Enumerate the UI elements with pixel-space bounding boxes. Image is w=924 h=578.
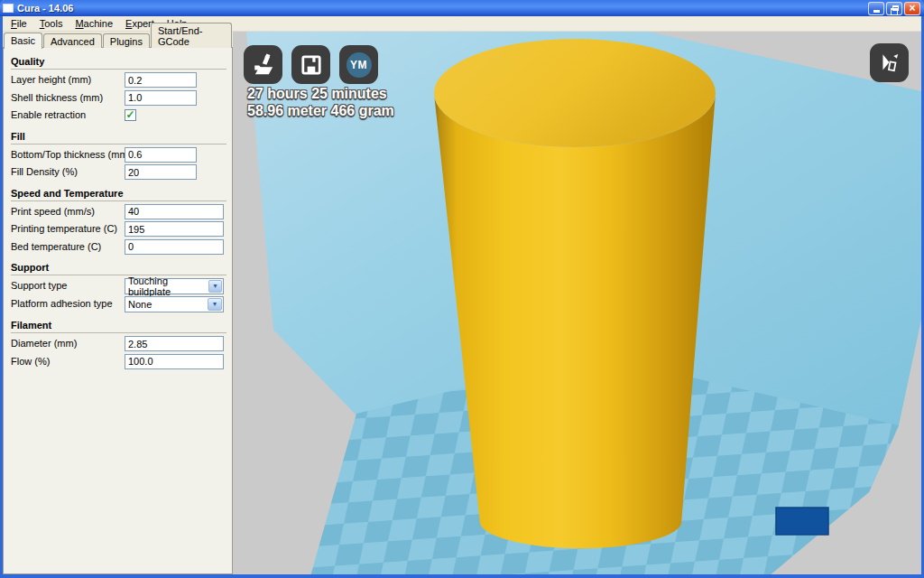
setting-label: Enable retraction	[11, 109, 86, 120]
settings-column: BasicAdvancedPluginsStart/End-GCode Qual…	[3, 32, 233, 574]
diameter-mm-input[interactable]	[125, 336, 224, 351]
setting-label: Layer height (mm)	[11, 74, 91, 85]
setting-row: Shell thickness (mm)	[4, 89, 232, 107]
setting-row: Bed temperature (C)	[4, 238, 232, 256]
chevron-down-icon[interactable]: ▾	[208, 280, 222, 293]
platform-adhesion-type-select[interactable]: None▾	[125, 296, 224, 312]
viewport-3d[interactable]: YM 27 hours 25 minutes 58.96 meter 466 g…	[233, 32, 921, 574]
close-button[interactable]: ×	[904, 2, 920, 15]
print-time: 27 hours 25 minutes	[247, 85, 394, 102]
restore-button[interactable]	[886, 2, 902, 15]
setting-label: Platform adhesion type	[11, 298, 113, 309]
setting-label: Printing temperature (C)	[11, 223, 117, 234]
save-toolpath-icon	[300, 53, 323, 77]
setting-label: Support type	[11, 280, 67, 291]
print-speed-mm-s-input[interactable]	[125, 204, 224, 219]
support-type-select[interactable]: Touching buildplate▾	[125, 278, 224, 294]
youmagine-icon: YM	[346, 52, 372, 78]
tab-plugins[interactable]: Plugins	[103, 33, 150, 48]
setting-row: Printing temperature (C)	[4, 220, 232, 238]
cura-window: Cura - 14.06 × FileToolsMachineExpertHel…	[0, 0, 924, 578]
app-icon	[3, 4, 14, 13]
print-estimate: 27 hours 25 minutes 58.96 meter 466 gram	[247, 85, 394, 119]
menu-file[interactable]: File	[5, 17, 33, 31]
platform-front-marker	[776, 508, 828, 535]
setting-row: Platform adhesion typeNone▾	[4, 295, 232, 313]
section-title-fill: Fill	[11, 128, 226, 144]
tab-start-end-gcode[interactable]: Start/End-GCode	[151, 23, 232, 48]
setting-label: Diameter (mm)	[11, 338, 77, 349]
setting-label: Bed temperature (C)	[11, 241, 101, 252]
setting-row: Bottom/Top thickness (mm)	[4, 146, 232, 164]
minimize-icon	[873, 10, 880, 13]
platform-adhesion-type-value: None	[128, 299, 152, 310]
menu-bar: FileToolsMachineExpertHelp	[3, 16, 921, 32]
setting-row: Print speed (mm/s)	[4, 203, 232, 221]
load-model-button[interactable]	[244, 45, 282, 84]
section-title-quality: Quality	[11, 53, 226, 70]
fill-density-input[interactable]	[125, 164, 197, 180]
setting-label: Fill Density (%)	[11, 166, 78, 177]
printing-temperature-c-input[interactable]	[125, 221, 224, 237]
setting-row: Enable retraction✓	[4, 107, 232, 125]
setting-row: Fill Density (%)	[4, 163, 232, 182]
view-mode-icon	[878, 51, 901, 75]
menu-tools[interactable]: Tools	[33, 17, 69, 31]
load-model-icon	[252, 53, 275, 77]
tab-strip: BasicAdvancedPluginsStart/End-GCode	[3, 32, 233, 48]
material-usage: 58.96 meter 466 gram	[247, 102, 394, 119]
setting-label: Shell thickness (mm)	[11, 92, 103, 103]
viewport-toolbar: YM	[244, 45, 387, 84]
basic-settings-panel: QualityLayer height (mm)Shell thickness …	[3, 47, 233, 574]
chevron-down-icon[interactable]: ▾	[208, 298, 222, 311]
setting-label: Bottom/Top thickness (mm)	[11, 149, 131, 160]
section-title-support: Support	[11, 259, 226, 275]
setting-label: Print speed (mm/s)	[11, 206, 95, 217]
close-icon: ×	[909, 3, 915, 14]
setting-row: Layer height (mm)	[4, 71, 232, 89]
restore-icon	[892, 5, 899, 11]
save-toolpath-button[interactable]	[291, 45, 330, 84]
window-title: Cura - 14.06	[17, 3, 866, 14]
flow-input[interactable]	[125, 354, 224, 369]
bottom-top-thickness-mm-input[interactable]	[125, 147, 197, 163]
section-title-speed-and-temperature: Speed and Temperature	[11, 185, 226, 201]
share-youmagine-button[interactable]: YM	[339, 45, 378, 84]
shell-thickness-mm-input[interactable]	[125, 90, 197, 106]
tab-basic[interactable]: Basic	[4, 33, 42, 49]
support-type-value: Touching buildplate	[128, 275, 208, 297]
title-bar[interactable]: Cura - 14.06 ×	[0, 0, 924, 16]
bed-temperature-c-input[interactable]	[125, 239, 224, 255]
setting-row: Diameter (mm)	[4, 335, 232, 353]
model-cylinder[interactable]	[434, 39, 716, 548]
setting-row: Flow (%)	[4, 353, 232, 371]
setting-label: Flow (%)	[11, 356, 50, 367]
minimize-button[interactable]	[868, 2, 884, 15]
menu-machine[interactable]: Machine	[69, 17, 119, 31]
view-mode-button[interactable]	[870, 43, 909, 82]
tab-advanced[interactable]: Advanced	[43, 33, 102, 48]
enable-retraction-checkbox[interactable]: ✓	[125, 109, 136, 121]
section-title-filament: Filament	[11, 317, 226, 333]
setting-row: Support typeTouching buildplate▾	[4, 277, 232, 295]
layer-height-mm-input[interactable]	[125, 72, 197, 88]
